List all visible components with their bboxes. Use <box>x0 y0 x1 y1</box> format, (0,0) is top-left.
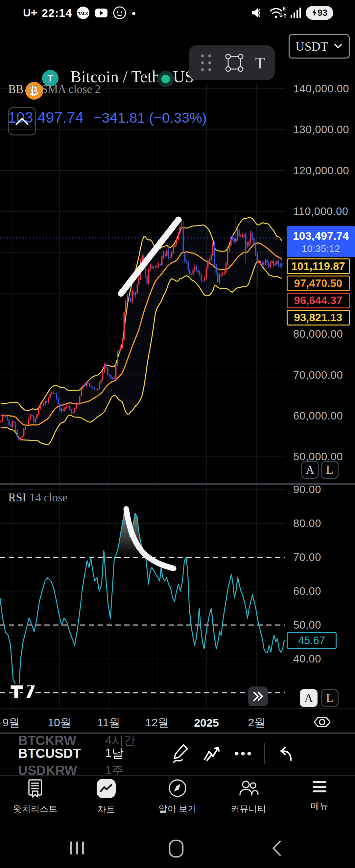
nav-menu[interactable]: 메뉴 <box>293 779 346 812</box>
rsi-value-label: 45.67 <box>287 632 336 649</box>
double-chevron-right-icon <box>252 690 265 702</box>
dot-notification-icon <box>131 6 136 20</box>
undo-icon[interactable] <box>278 745 295 762</box>
chevron-down-icon <box>334 43 343 50</box>
face-notification-icon <box>113 6 127 20</box>
android-home-button[interactable] <box>168 839 185 858</box>
community-people-icon <box>238 779 259 798</box>
pencil-draw-icon[interactable] <box>171 743 190 764</box>
main-log-scale-button[interactable]: L <box>321 461 338 479</box>
trading-app: U+ 22:14 TALK 6 <box>0 0 355 868</box>
watchlist-icon <box>26 779 45 798</box>
indicators-zigzag-icon[interactable] <box>202 745 222 762</box>
chevron-up-icon <box>14 116 30 126</box>
nav-watchlist[interactable]: 왓치리스트 <box>9 779 61 815</box>
main-auto-scale-button[interactable]: A <box>301 461 319 479</box>
status-bar: U+ 22:14 TALK 6 <box>0 0 355 28</box>
svg-text:T: T <box>47 73 53 84</box>
interval-selector: 1날 <box>105 745 144 762</box>
currency-selector[interactable]: USDT <box>289 34 350 59</box>
nav-discover[interactable]: 알아 보기 <box>151 779 204 815</box>
rsi-log-scale-button[interactable]: L <box>321 689 338 707</box>
price-change: −341.81 (−0.33%) <box>94 110 207 126</box>
scroll-right-button[interactable] <box>248 686 268 706</box>
collapse-indicators-button[interactable] <box>8 107 36 135</box>
text-tool-icon[interactable]: T <box>255 54 265 72</box>
android-recents-button[interactable] <box>70 841 86 855</box>
wifi-icon: 6 <box>268 5 287 20</box>
mute-vibrate-icon <box>250 6 264 20</box>
kakaotalk-notification-icon: TALK <box>76 6 90 20</box>
current-price-label: 103,497.74 10:35:12 <box>287 226 355 257</box>
chart-icon-active <box>96 779 116 798</box>
carrier-label: U+ <box>23 7 37 19</box>
rsi-auto-scale-button[interactable]: A <box>300 689 318 707</box>
compass-icon <box>168 779 187 798</box>
nav-chart[interactable]: 차트 <box>80 779 132 815</box>
chart-quick-tools <box>171 740 329 767</box>
battery-charging-indicator: 93 <box>306 6 333 20</box>
tradingview-logo[interactable] <box>8 683 39 701</box>
hamburger-menu-icon <box>311 779 328 795</box>
market-open-dot <box>157 70 174 88</box>
nav-community[interactable]: 커뮤니티 <box>222 779 275 815</box>
bb-indicator-label[interactable]: BB20 SMA close 2 <box>8 83 101 96</box>
drag-handle-icon[interactable] <box>198 51 214 74</box>
axis-settings-gear-icon[interactable] <box>312 713 332 731</box>
svg-text:TALK: TALK <box>78 11 89 16</box>
clock: 22:14 <box>42 7 72 20</box>
rectangle-tool-icon[interactable] <box>224 53 245 73</box>
svg-text:6: 6 <box>283 6 286 11</box>
youtube-notification-icon <box>94 6 108 20</box>
android-navigation-bar <box>0 830 355 868</box>
bar-countdown: 10:35:12 <box>302 243 340 254</box>
price-row: 103,497.74 −341.81 (−0.33%) <box>8 108 291 126</box>
signal-strength-icon <box>291 6 302 20</box>
android-back-button[interactable] <box>270 840 283 857</box>
drawing-toolbar[interactable]: T <box>189 45 275 80</box>
rsi-indicator-label[interactable]: RSI14 close <box>8 491 67 504</box>
divider <box>264 743 265 764</box>
more-options-icon[interactable] <box>234 750 252 757</box>
